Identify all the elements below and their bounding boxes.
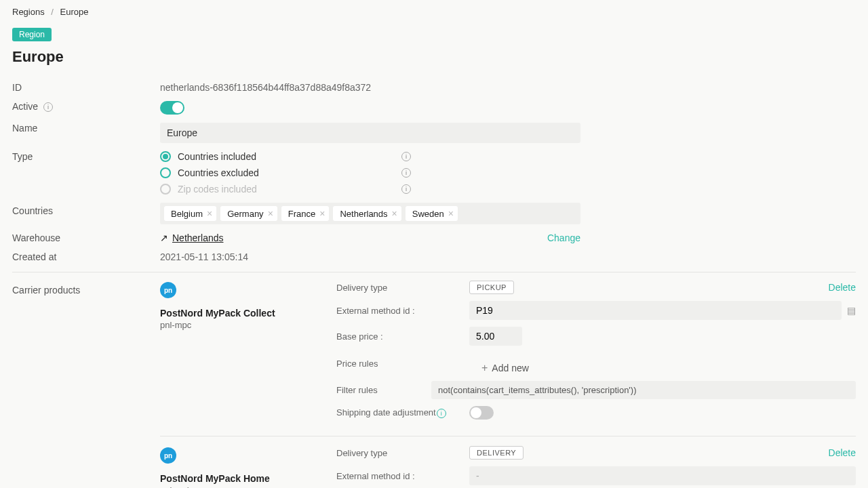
country-tag: Belgium× [164, 206, 216, 221]
radio-zip-included [160, 184, 171, 195]
radio-label-excluded: Countries excluded [178, 167, 259, 178]
radio-countries-included[interactable] [160, 151, 171, 162]
label-external-method-id: External method id : [336, 306, 469, 316]
info-icon[interactable]: i [401, 168, 411, 178]
tag-remove-icon[interactable]: × [319, 208, 325, 219]
info-icon[interactable]: i [401, 152, 411, 161]
delivery-type-badge: PICKUP [469, 281, 514, 294]
info-icon[interactable]: i [43, 102, 53, 112]
label-id: ID [12, 78, 155, 97]
label-countries: Countries [12, 199, 155, 228]
breadcrumb: Regions / Europe [12, 7, 856, 17]
delete-carrier-button[interactable]: Delete [829, 282, 856, 293]
radio-label-included: Countries included [178, 151, 256, 162]
label-external-method-id: External method id : [336, 471, 469, 481]
carrier-logo-icon: pn [160, 282, 176, 298]
carrier-logo-icon: pn [160, 447, 176, 464]
active-toggle[interactable] [160, 101, 184, 115]
label-carrier-products: Carrier products [12, 281, 155, 436]
label-type: Type [12, 147, 155, 199]
label-delivery-type: Delivery type [336, 283, 469, 293]
info-icon[interactable]: i [401, 184, 411, 194]
add-price-rule-button[interactable]: + Add new [481, 362, 529, 374]
label-created-at: Created at [12, 247, 155, 266]
tag-remove-icon[interactable]: × [448, 208, 454, 219]
label-shipping-date-adjustment: Shipping date adjustmenti [336, 407, 469, 418]
tag-remove-icon[interactable]: × [392, 208, 397, 219]
label-price-rules: Price rules [336, 359, 469, 369]
page-title: Europe [12, 48, 856, 66]
list-icon[interactable]: ▤ [847, 305, 856, 316]
label-warehouse: Warehouse [12, 228, 155, 247]
change-warehouse-button[interactable]: Change [547, 232, 580, 243]
plus-icon: + [481, 362, 488, 374]
info-icon[interactable]: i [437, 409, 446, 418]
delivery-type-badge: DELIVERY [469, 446, 524, 460]
radio-label-zip: Zip codes included [178, 184, 257, 195]
name-input[interactable] [160, 123, 580, 143]
value-created-at: 2021-05-11 13:05:14 [160, 247, 856, 266]
country-tag: Sweden× [406, 206, 458, 221]
label-base-price: Base price : [336, 331, 469, 342]
region-badge: Region [12, 28, 52, 41]
carrier-code: pnl-mpc [160, 320, 316, 330]
tag-remove-icon[interactable]: × [268, 208, 273, 219]
base-price-input[interactable] [469, 327, 522, 346]
countries-input[interactable]: Belgium× Germany× France× Netherlands× S… [160, 203, 580, 224]
tag-remove-icon[interactable]: × [207, 208, 212, 219]
external-link-icon: ↗ [160, 232, 168, 243]
carrier-name: PostNord MyPack Home [160, 473, 316, 484]
external-method-id-input[interactable] [469, 466, 856, 485]
breadcrumb-root[interactable]: Regions [12, 7, 45, 17]
warehouse-link[interactable]: Netherlands [172, 232, 224, 243]
carrier-name: PostNord MyPack Collect [160, 308, 316, 319]
label-name: Name [12, 119, 155, 147]
country-tag: France× [281, 206, 330, 221]
value-id: netherlands-6836f118564b44ff8a37d88a49f8… [160, 78, 856, 97]
shipping-date-toggle[interactable] [469, 406, 494, 420]
label-delivery-type: Delivery type [336, 448, 469, 458]
filter-rules-input[interactable] [431, 381, 856, 399]
country-tag: Germany× [220, 206, 277, 221]
label-active: Active i [12, 97, 155, 119]
external-method-id-input[interactable] [469, 301, 842, 320]
delete-carrier-button[interactable]: Delete [829, 447, 856, 458]
radio-countries-excluded[interactable] [160, 167, 171, 178]
carrier-code: pnl-mph [160, 485, 316, 488]
breadcrumb-current: Europe [60, 7, 89, 17]
country-tag: Netherlands× [333, 206, 401, 221]
